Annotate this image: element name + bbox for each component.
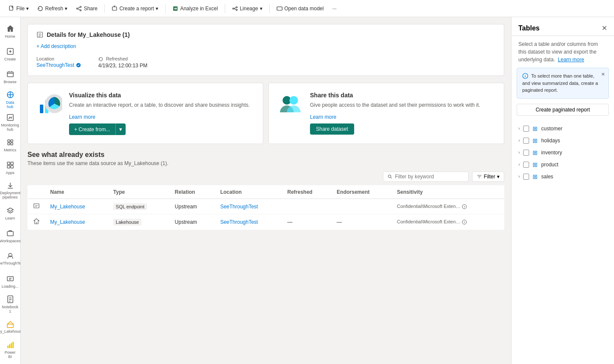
table-icon: ⊞ [533, 137, 538, 144]
table-checkbox[interactable] [523, 174, 529, 180]
search-input[interactable] [395, 174, 464, 180]
table-row[interactable]: My_Lakehouse Lakehouse Upstream SeeThrou… [28, 214, 504, 230]
svg-rect-15 [11, 140, 13, 142]
add-description[interactable]: + Add description [36, 43, 495, 49]
table-list-item[interactable]: › ⊞ inventory [512, 147, 614, 159]
share-learn-more[interactable]: Learn more [310, 114, 480, 120]
table-row[interactable]: My_Lakehouse SQL endpoint Upstream SeeTh… [28, 199, 504, 214]
sidebar-item-browse[interactable]: Browse [2, 66, 19, 88]
table-checkbox[interactable] [523, 150, 529, 156]
row-icon [28, 214, 45, 230]
row-location[interactable]: SeeThroughTest [215, 199, 282, 214]
svg-point-37 [289, 96, 298, 105]
main-layout: Home Create Browse Data hub Monitoring h… [0, 17, 614, 364]
chevron-icon: › [518, 126, 520, 131]
svg-point-1 [80, 6, 81, 7]
row-endorsement: — [331, 214, 391, 230]
search-icon [388, 174, 392, 179]
svg-point-3 [77, 8, 78, 9]
refreshed-value: 4/19/23, 12:00:13 PM [98, 63, 147, 69]
create-paginated-button[interactable]: Create paginated report [517, 104, 609, 116]
col-endorsement: Endorsement [331, 186, 391, 199]
sidebar-item-monitoring[interactable]: Monitoring hub [2, 111, 19, 133]
table-list-item[interactable]: › ⊞ sales [512, 171, 614, 183]
row-endorsement [331, 199, 391, 214]
visualize-desc: Create an interactive report, or a table… [69, 101, 250, 109]
sidebar-item-learn[interactable]: Learn [2, 202, 19, 224]
chevron-icon: › [518, 150, 520, 155]
share-card: Share this data Give people access to th… [268, 83, 504, 144]
sidebar-item-metrics[interactable]: Metrics [2, 134, 19, 156]
table-list-item[interactable]: › ⊞ customer [512, 123, 614, 135]
filter-button[interactable]: Filter ▾ [472, 171, 504, 182]
share-button[interactable]: Share [72, 4, 101, 13]
sidebar-item-deployment[interactable]: Deployment pipelines [2, 180, 19, 202]
sidebar-item-seethrough[interactable]: SeeThroughTest [2, 248, 19, 270]
table-name: holidays [541, 138, 560, 144]
file-button[interactable]: File ▾ [5, 4, 32, 13]
create-from-button[interactable]: + Create from... [69, 123, 115, 135]
toolbar-separator-2 [165, 4, 166, 13]
info-banner: To select more than one table, and view … [517, 68, 609, 99]
details-card: Details for My_Lakehouse (1) + Add descr… [27, 24, 504, 76]
row-location[interactable]: SeeThroughTest [215, 214, 282, 230]
svg-rect-29 [11, 343, 12, 348]
sidebar-item-workspaces[interactable]: Workspaces [2, 225, 19, 247]
right-panel: Tables ✕ Select a table and/or columns f… [511, 17, 614, 364]
create-report-button[interactable]: Create a report ▾ [108, 4, 162, 13]
section-title: See what already exists [27, 151, 504, 159]
sidebar-item-loading[interactable]: Loading... [2, 271, 19, 292]
create-from-dropdown[interactable]: ▾ [115, 123, 126, 135]
svg-rect-9 [277, 7, 282, 10]
table-icon: ⊞ [533, 149, 538, 156]
details-title: Details for My_Lakehouse (1) [47, 31, 130, 38]
svg-rect-11 [7, 72, 13, 77]
svg-rect-0 [9, 6, 13, 10]
create-from-split-button[interactable]: + Create from... ▾ [69, 123, 126, 135]
svg-point-6 [233, 8, 234, 9]
right-panel-close[interactable]: ✕ [602, 24, 607, 32]
col-type: Type [108, 186, 170, 199]
col-sensitivity: Sensitivity [392, 186, 504, 199]
right-panel-learn-more[interactable]: Learn more [558, 57, 584, 63]
sidebar-item-datahub[interactable]: Data hub [2, 89, 19, 111]
svg-rect-18 [7, 162, 10, 165]
share-title: Share this data [310, 92, 480, 99]
location-value[interactable]: SeeThroughTest [36, 62, 74, 68]
lineage-button[interactable]: Lineage ▾ [229, 4, 266, 13]
right-panel-header: Tables ✕ [512, 17, 614, 36]
location-label: Location [36, 56, 81, 61]
col-location: Location [215, 186, 282, 199]
row-name[interactable]: My_Lakehouse [45, 199, 108, 214]
sidebar-item-apps[interactable]: Apps [2, 157, 19, 179]
meta-row: Location SeeThroughTest Refreshed [36, 56, 495, 69]
table-list-item[interactable]: › ⊞ holidays [512, 135, 614, 147]
table-list-item[interactable]: › ⊞ product [512, 159, 614, 171]
refresh-button[interactable]: Refresh ▾ [34, 4, 71, 13]
more-button[interactable]: ··· [329, 4, 340, 13]
table-checkbox[interactable] [523, 126, 529, 132]
row-icon [28, 199, 45, 214]
share-dataset-button[interactable]: Share dataset [310, 123, 354, 135]
row-type: Lakehouse [108, 214, 170, 230]
table-name: inventory [541, 150, 562, 156]
search-box[interactable] [383, 171, 469, 182]
sidebar-item-mylakehouse[interactable]: My_Lakehouse [2, 316, 19, 338]
section-subtitle: These items use the same data source as … [27, 160, 504, 166]
filter-bar: Filter ▾ [27, 171, 504, 182]
sidebar: Home Create Browse Data hub Monitoring h… [0, 17, 21, 364]
sidebar-item-notebook[interactable]: Notebook 1 [2, 293, 19, 315]
analyze-excel-button[interactable]: Analyze in Excel [169, 4, 221, 13]
banner-close-icon[interactable]: ✕ [601, 71, 605, 78]
table-name: product [541, 162, 558, 168]
col-icon [28, 186, 45, 199]
sidebar-item-home[interactable]: Home [2, 21, 19, 42]
svg-rect-17 [11, 143, 13, 145]
sidebar-item-create[interactable]: Create [2, 43, 19, 65]
open-data-model-button[interactable]: Open data model [273, 4, 327, 13]
table-checkbox[interactable] [523, 162, 529, 168]
share-desc: Give people access to the dataset and se… [310, 101, 480, 109]
visualize-learn-more[interactable]: Learn more [69, 114, 250, 120]
table-checkbox[interactable] [523, 138, 529, 144]
row-name[interactable]: My_Lakehouse [45, 214, 108, 230]
